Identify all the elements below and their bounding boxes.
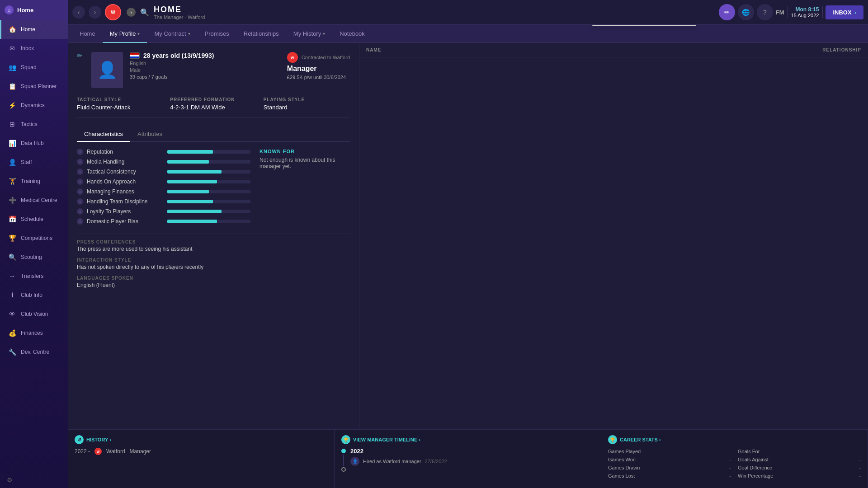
sidebar-item-club-vision[interactable]: 👁 Club Vision [0, 305, 68, 324]
char-label: Hands On Approach [87, 178, 164, 185]
relationship-name-col: NAME [366, 47, 381, 52]
page-title: HOME [154, 5, 715, 14]
career-stat-row: Games Won - [608, 456, 731, 463]
inbox-button[interactable]: INBOX › [826, 5, 863, 19]
career-stat-label: Goal Difference [738, 465, 772, 470]
help-button[interactable]: ? [757, 4, 773, 20]
char-bar-bg [167, 180, 250, 183]
char-info-icon[interactable]: i [77, 149, 83, 155]
tab-promises[interactable]: Promises [198, 25, 236, 43]
date-full: 15 Aug 2022 [791, 13, 819, 18]
tab-my-history[interactable]: My History ▾ [286, 25, 332, 43]
career-stats-title[interactable]: 🏆 CAREER STATS › [608, 435, 861, 444]
edit-tool-button[interactable]: ✏ [719, 4, 735, 20]
contract-area: W Contracted to Watford Manager £29.5K p… [287, 52, 350, 80]
home-icon: ⌂ [5, 5, 14, 14]
sidebar-item-home[interactable]: 🏠 Home [0, 20, 68, 39]
tactical-style-stat: TACTICAL STYLE Fluid Counter-Attack [77, 97, 163, 111]
sidebar-item-dev-centre[interactable]: 🔧 Dev. Centre [0, 343, 68, 361]
interaction-style-section: INTERACTION STYLE Has not spoken directl… [77, 258, 350, 270]
sidebar-item-schedule[interactable]: 📅 Schedule [0, 210, 68, 229]
press-conferences-section: PRESS CONFERENCES The press are more use… [77, 239, 350, 252]
globe-button[interactable]: 🌐 [738, 4, 754, 20]
profile-nationality: English [130, 61, 280, 66]
tab-characteristics[interactable]: Characteristics [77, 127, 130, 142]
career-stat-value: - [729, 465, 731, 470]
my-contract-arrow-icon: ▾ [188, 31, 190, 36]
search-icon[interactable]: 🔍 [139, 7, 150, 18]
sidebar-item-scouting[interactable]: 🔍 Scouting [0, 248, 68, 267]
sidebar-item-squad[interactable]: 👥 Squad [0, 58, 68, 77]
char-info-icon[interactable]: i [77, 218, 83, 225]
sidebar-label-home: Home [21, 26, 35, 33]
char-label: Domestic Player Bias [87, 218, 164, 225]
career-stat-value: - [729, 457, 731, 462]
sidebar-item-tactics[interactable]: ⊞ Tactics [0, 115, 68, 134]
career-stats-title-text: CAREER STATS › [620, 437, 661, 442]
char-info-icon[interactable]: i [77, 208, 83, 215]
sidebar-label-competitions: Competitions [21, 235, 52, 241]
timeline-title[interactable]: 🏆 VIEW MANAGER TIMELINE › [341, 435, 594, 444]
timeline-dot-top [341, 449, 346, 453]
career-stat-value: - [859, 457, 861, 462]
bottom-panel: ↺ HISTORY › 2022 - W Watford Manager 🏆 V… [68, 429, 868, 488]
inbox-icon: ✉ [8, 44, 16, 52]
char-row: i Media Handling [77, 159, 250, 165]
tab-my-contract[interactable]: My Contract ▾ [147, 25, 197, 43]
tab-my-profile[interactable]: My Profile ▾ [103, 25, 147, 43]
timeline-section: 🏆 VIEW MANAGER TIMELINE › 2022 👤 Hired a… [335, 430, 601, 488]
stats-grid: TACTICAL STYLE Fluid Counter-Attack PREF… [77, 97, 350, 118]
avatar-face-icon: 👤 [97, 61, 118, 80]
career-stat-value: - [859, 449, 861, 454]
profile-header: ✏ 👤 28 years old (13/9/1993) English Mal… [77, 52, 350, 88]
sidebar-item-training[interactable]: 🏋 Training [0, 172, 68, 191]
history-title[interactable]: ↺ HISTORY › [75, 435, 327, 444]
sidebar-label-data-hub: Data Hub [21, 140, 44, 146]
char-info-icon[interactable]: i [77, 169, 83, 175]
history-row: 2022 - W Watford Manager [75, 448, 327, 455]
sidebar-item-medical[interactable]: ➕ Medical Centre [0, 191, 68, 210]
tab-notebook[interactable]: Notebook [332, 25, 372, 43]
club-expand-button[interactable]: ▾ [127, 8, 136, 17]
char-row: i Domestic Player Bias [77, 218, 250, 225]
sidebar-item-finances[interactable]: 💰 Finances [0, 324, 68, 343]
page-subtitle: The Manager - Watford [154, 14, 715, 20]
tab-home[interactable]: Home [72, 25, 103, 43]
club-vision-icon: 👁 [8, 310, 16, 318]
career-stat-row: Goals Against - [738, 456, 861, 463]
inbox-arrow-icon: › [854, 9, 856, 16]
forward-button[interactable]: › [89, 6, 101, 19]
sidebar-item-staff[interactable]: 👤 Staff [0, 153, 68, 172]
timeline-avatar: 👤 [350, 457, 359, 466]
char-info-icon[interactable]: i [77, 198, 83, 205]
char-info-icon[interactable]: i [77, 159, 83, 165]
manager-avatar: 👤 [91, 52, 123, 88]
edit-profile-button[interactable]: ✏ [77, 52, 82, 59]
interaction-style-value: Has not spoken directly to any of his pl… [77, 264, 350, 270]
playing-style-stat: PLAYING STYLE Standard [264, 97, 350, 111]
sidebar-item-transfers[interactable]: ↔ Transfers [0, 267, 68, 286]
sidebar-label-schedule: Schedule [21, 216, 43, 222]
char-info-icon[interactable]: i [77, 188, 83, 195]
sidebar-item-squad-planner[interactable]: 📋 Squad Planner [0, 77, 68, 96]
sidebar-label-dynamics: Dynamics [21, 102, 45, 108]
sidebar-item-dynamics[interactable]: ⚡ Dynamics [0, 96, 68, 115]
career-stat-label: Goals For [738, 449, 760, 454]
back-button[interactable]: ‹ [72, 6, 85, 19]
career-stat-row: Games Lost - [608, 472, 731, 479]
timeline-connector [343, 455, 344, 466]
competitions-icon: 🏆 [8, 234, 16, 242]
sidebar-item-competitions[interactable]: 🏆 Competitions [0, 229, 68, 248]
tab-attributes[interactable]: Attributes [130, 127, 170, 142]
sidebar-home-label[interactable]: Home [17, 7, 33, 14]
history-year: 2022 - [75, 448, 90, 455]
tab-relationships[interactable]: Relationships [236, 25, 286, 43]
char-info-icon[interactable]: i [77, 178, 83, 185]
profile-gender: Male [130, 67, 280, 73]
sidebar-item-data-hub[interactable]: 📊 Data Hub [0, 134, 68, 153]
sidebar-item-club-info[interactable]: ℹ Club Info [0, 286, 68, 305]
sidebar-label-training: Training [21, 178, 40, 184]
sidebar-settings-icon[interactable]: ⚙ [7, 476, 61, 483]
sidebar-item-inbox[interactable]: ✉ Inbox [0, 39, 68, 58]
known-for-title: KNOWN FOR [259, 149, 350, 154]
